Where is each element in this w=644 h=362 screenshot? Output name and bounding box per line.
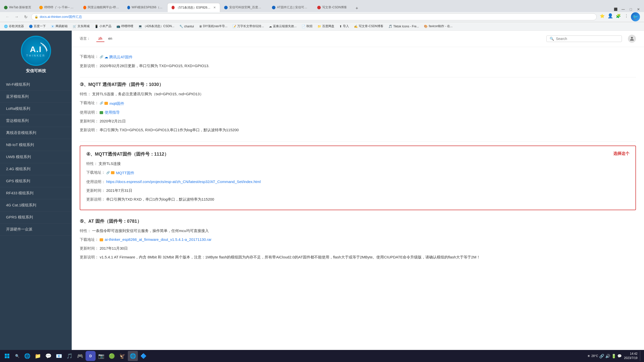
taskbar-code-editor[interactable]: 🔷: [138, 351, 148, 361]
bookmark-csdn[interactable]: 💻 （426条消息）CSDN...: [136, 23, 176, 29]
forward-button[interactable]: →: [13, 13, 20, 20]
section-3-update-note: 更新说明： 串口引脚为 TXD=GPIO15, RXD=GPIO13,串口1作为…: [80, 126, 636, 133]
mqtt-firmware-link-3[interactable]: mqtt固件: [100, 100, 124, 107]
bookmark-baidu-pan[interactable]: 📁 百度网盘: [315, 23, 336, 29]
tab-restore-button[interactable]: ⬛: [613, 7, 619, 12]
sidebar-item-bluetooth[interactable]: 蓝牙模组系列: [0, 91, 72, 103]
sidebar-item-gprs[interactable]: GPRS 模组系列: [0, 211, 72, 223]
more-button[interactable]: ⋮: [623, 12, 630, 19]
bookmark-write-article[interactable]: ✍ 写文章-CSDN博客: [352, 23, 385, 29]
notification-icon[interactable]: 💬: [617, 354, 622, 358]
sidebar-item-nbiot[interactable]: NB-IoT 模组系列: [0, 139, 72, 151]
bookmark-write-icon: ✍: [354, 25, 358, 28]
thinker-icon[interactable]: 🐦: [631, 12, 640, 21]
bookmarks-bar: 🌐 谷歌浏览器 🔵 百度一下 📧 网易邮箱 🛒 京东商城 📱 小米产品 📺 哔哩…: [0, 22, 644, 31]
taskbar-green-app[interactable]: 🟢: [107, 351, 117, 361]
bookmark-favicon[interactable]: 🎨 favicon制作 - 在...: [422, 23, 455, 29]
section-4-feature-label: 特性：: [86, 161, 98, 166]
profile-button[interactable]: 👤: [607, 12, 614, 19]
lang-en-button[interactable]: en: [106, 35, 114, 42]
mqtt-firmware-link-4[interactable]: MQTT固件: [106, 169, 134, 176]
taskbar-active-browser[interactable]: 🌐: [128, 351, 138, 361]
minimize-button[interactable]: ─: [620, 7, 627, 12]
sidebar-item-offline-voice[interactable]: 离线语音模组系列: [0, 127, 72, 139]
bookmark-bilibili[interactable]: 📺 哔哩哔哩: [114, 23, 135, 29]
usage-guide-link-3[interactable]: 使用指导: [100, 110, 120, 114]
extensions-button[interactable]: 🧩: [615, 12, 622, 19]
lang-zh-button[interactable]: zh: [96, 35, 104, 42]
sidebar-item-opensource[interactable]: 开源硬件一众派: [0, 223, 72, 236]
taskbar-search-button[interactable]: 🔍: [13, 351, 22, 360]
logo-subtext: THINKER: [26, 54, 45, 57]
taskbar-message[interactable]: 💬: [43, 351, 53, 361]
bookmark-xiaomi[interactable]: 📱 小米产品: [93, 23, 113, 29]
logo-text: A.I: [30, 45, 42, 54]
taskbar-explorer[interactable]: 📁: [33, 351, 43, 361]
address-text[interactable]: docs.ai-thinker.com/固件汇总: [40, 15, 82, 19]
tab-1[interactable]: WeTab 新标签页: [0, 3, 35, 12]
bookmark-jd-label: 京东商城: [77, 24, 90, 28]
nav-actions: ⭐ 👤 🧩 ⋮ 🐦: [599, 12, 640, 21]
sidebar-item-2dot4g[interactable]: 2.4G 模组系列: [0, 163, 72, 175]
user-icon[interactable]: [628, 35, 636, 43]
tencentcloud-link[interactable]: ☁ 腾讯云AT固件: [100, 54, 133, 60]
taskbar-music[interactable]: 🎵: [64, 351, 74, 361]
tab-5-close[interactable]: ✕: [213, 6, 216, 9]
close-button[interactable]: ✕: [635, 7, 642, 11]
bookmark-qiuzhao[interactable]: 📄 秋招: [300, 23, 314, 29]
espressif-docs-link[interactable]: https://docs.espressif.com/projects/esp-…: [106, 179, 261, 184]
sidebar-item-4g[interactable]: 4G Cat.1模组系列: [0, 199, 72, 211]
show-desktop-button[interactable]: [640, 351, 642, 361]
taskbar-mail[interactable]: 📧: [54, 351, 64, 361]
bookmark-star-button[interactable]: ⭐: [599, 12, 606, 19]
user-svg: [630, 36, 634, 41]
tab-6[interactable]: 安信可科技官网_百度搜索: [220, 3, 268, 12]
tab-3[interactable]: 阿里云物联网平台-哔哔模组: [79, 3, 123, 12]
clock-area[interactable]: 14:42 2023/7/19: [624, 352, 639, 360]
sidebar-item-radar[interactable]: 雷达模组系列: [0, 115, 72, 127]
sidebar-item-uwb[interactable]: UWB 模组系列: [0, 151, 72, 163]
taskbar-chrome[interactable]: 🌐: [22, 351, 32, 361]
address-bar[interactable]: 🔒 docs.ai-thinker.com/固件汇总: [31, 13, 597, 20]
sidebar-item-wifi[interactable]: Wi-Fi模组系列: [0, 79, 72, 91]
select-badge[interactable]: 选择这个: [613, 151, 629, 156]
back-button[interactable]: ←: [4, 13, 11, 20]
bookmark-lanzou[interactable]: ☁ 蓝奏云链接失效...: [267, 23, 299, 29]
bookmark-email[interactable]: 📧 网易邮箱: [49, 23, 70, 29]
battery-icon: 🔋: [611, 354, 616, 358]
windows-icon: [5, 353, 10, 358]
section-4-time-label: 更新时间：: [86, 188, 105, 193]
taskbar-discord[interactable]: D: [86, 351, 96, 361]
tab-4[interactable]: WiFi模块ESP8266（MQTT固件: [123, 3, 167, 12]
bookmark-google[interactable]: 🌐 谷歌浏览器: [2, 23, 26, 29]
tab-7[interactable]: AT固件汇总 | 安信可科技: [268, 3, 313, 12]
tab-8[interactable]: 写文章-CSDN博客: [313, 3, 352, 12]
bookmark-tiktok-icon: 🎵: [388, 25, 392, 28]
bookmark-jd[interactable]: 🛒 京东商城: [71, 23, 92, 29]
at-firmware-download-link[interactable]: ai-thinker_esp8266_at_firmware_dout_v1.5…: [100, 237, 212, 242]
bookmark-chantui[interactable]: 🔧 chantui: [177, 24, 196, 29]
tab-2[interactable]: 哔哔哔（'·ゥ·千杯-- 哔哔: [35, 3, 79, 12]
section-before-3-download: 下载地址： ☁ 腾讯云AT固件: [80, 53, 636, 60]
taskbar-game[interactable]: 🎮: [75, 351, 85, 361]
sidebar-item-rf433[interactable]: RF433 模组系列: [0, 187, 72, 199]
sidebar-item-gps[interactable]: GPS 模组系列: [0, 175, 72, 187]
bookmark-diy[interactable]: 🖥 DIY装机nas半导...: [197, 23, 229, 29]
taskbar-hawk[interactable]: 🦅: [117, 351, 127, 361]
search-input[interactable]: [556, 37, 619, 41]
maximize-button[interactable]: □: [628, 7, 634, 11]
bookmark-chantui-label: chantui: [184, 25, 194, 28]
taskbar-camera[interactable]: 📷: [96, 351, 106, 361]
bookmark-tiktok[interactable]: 🎵 Tiktok Icons - Fre...: [386, 24, 421, 29]
new-tab-button[interactable]: +: [353, 5, 360, 12]
tab-3-title: 阿里云物联网平台-哔哔模组: [88, 5, 119, 10]
bookmark-baidu[interactable]: 🔵 百度一下: [27, 23, 48, 29]
bookmark-wanzi[interactable]: 📝 万字长文带你玩转...: [230, 23, 266, 29]
content-header: 语言： zh en 🔍: [72, 31, 644, 47]
start-button[interactable]: [2, 351, 12, 361]
bookmark-import[interactable]: ⬆ 导入: [337, 23, 351, 29]
reload-button[interactable]: ↻: [22, 13, 29, 20]
bookmark-wanzi-icon: 📝: [232, 25, 236, 28]
sidebar-item-lora[interactable]: LoRa模组系列: [0, 103, 72, 115]
tab-5-active[interactable]: （571条消息）ESP8266-01 M... ✕: [167, 3, 220, 12]
